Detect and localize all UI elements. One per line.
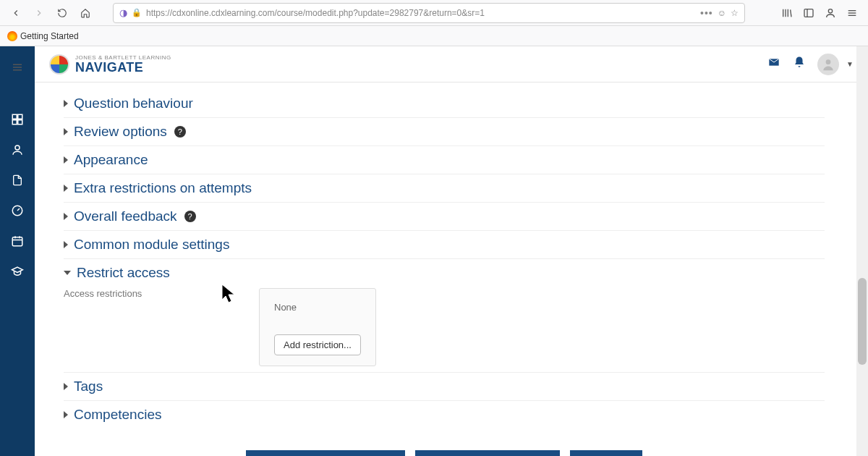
section-title: Common module settings bbox=[74, 237, 229, 253]
svg-rect-4 bbox=[804, 9, 813, 17]
browser-toolbar: ◑ 🔒 https://cdxonline.cdxlearning.com/co… bbox=[0, 0, 868, 26]
chevron-right-icon bbox=[64, 128, 68, 135]
url-text: https://cdxonline.cdxlearning.com/course… bbox=[146, 8, 485, 18]
chevron-right-icon bbox=[64, 411, 68, 418]
firefox-icon bbox=[7, 31, 17, 41]
brand-logo[interactable]: JONES & BARTLETT LEARNING NAVIGATE bbox=[49, 54, 171, 75]
section-toggle-tags[interactable]: Tags bbox=[64, 379, 825, 394]
mail-icon[interactable] bbox=[767, 56, 781, 72]
section-toggle-restrict-access[interactable]: Restrict access bbox=[64, 265, 825, 281]
footer-buttons bbox=[64, 450, 825, 456]
chevron-down-icon bbox=[64, 271, 71, 275]
file-icon[interactable] bbox=[9, 172, 25, 188]
bookmark-label: Getting Started bbox=[20, 31, 79, 41]
chevron-right-icon bbox=[64, 156, 68, 164]
restriction-none-text: None bbox=[274, 302, 361, 313]
restriction-panel: None Add restriction... bbox=[259, 288, 376, 366]
svg-rect-13 bbox=[12, 114, 17, 119]
section-toggle-overall-feedback[interactable]: Overall feedback ? bbox=[64, 208, 825, 224]
footer-primary-button-3[interactable] bbox=[570, 450, 642, 456]
section-overall-feedback: Overall feedback ? bbox=[64, 203, 825, 231]
svg-rect-14 bbox=[18, 114, 22, 119]
add-restriction-button[interactable]: Add restriction... bbox=[274, 334, 361, 355]
section-toggle-common-module[interactable]: Common module settings bbox=[64, 237, 825, 253]
section-toggle-question-behaviour[interactable]: Question behaviour bbox=[64, 96, 825, 111]
reader-icon[interactable]: ☺ bbox=[718, 8, 726, 18]
star-icon[interactable]: ☆ bbox=[731, 8, 739, 18]
section-competencies: Competencies bbox=[64, 401, 825, 428]
bell-icon[interactable] bbox=[793, 55, 806, 73]
section-toggle-appearance[interactable]: Appearance bbox=[64, 152, 825, 168]
section-review-options: Review options ? bbox=[64, 118, 825, 146]
chevron-right-icon bbox=[64, 213, 68, 220]
svg-line-19 bbox=[17, 208, 20, 211]
scrollbar-track[interactable] bbox=[856, 46, 868, 456]
section-title: Competencies bbox=[74, 407, 161, 423]
forward-button[interactable] bbox=[29, 3, 49, 23]
svg-rect-15 bbox=[12, 120, 17, 124]
section-title: Review options bbox=[74, 124, 167, 140]
bookmarks-bar: Getting Started bbox=[0, 26, 868, 46]
section-toggle-review-options[interactable]: Review options ? bbox=[64, 124, 825, 140]
sidebar-toggle-icon[interactable] bbox=[799, 3, 819, 23]
svg-line-3 bbox=[791, 9, 791, 17]
section-title: Question behaviour bbox=[74, 96, 193, 111]
chevron-right-icon bbox=[64, 185, 68, 192]
home-button[interactable] bbox=[75, 3, 95, 23]
chevron-right-icon bbox=[64, 383, 68, 390]
hamburger-icon[interactable] bbox=[9, 59, 25, 75]
footer-primary-button-1[interactable] bbox=[246, 450, 405, 456]
url-bar[interactable]: ◑ 🔒 https://cdxonline.cdxlearning.com/co… bbox=[113, 3, 745, 23]
shield-icon: ◑ bbox=[119, 7, 127, 18]
settings-form: Question behaviour Review options ? Appe… bbox=[35, 83, 868, 456]
svg-rect-20 bbox=[12, 237, 22, 246]
svg-rect-16 bbox=[18, 120, 22, 124]
user-icon[interactable] bbox=[9, 142, 25, 158]
section-title: Extra restrictions on attempts bbox=[74, 180, 252, 196]
svg-point-6 bbox=[828, 9, 832, 12]
section-tags: Tags bbox=[64, 373, 825, 401]
ellipsis-icon[interactable]: ••• bbox=[700, 7, 713, 19]
section-toggle-extra-restrictions[interactable]: Extra restrictions on attempts bbox=[64, 180, 825, 196]
brand-title: NAVIGATE bbox=[75, 61, 171, 74]
section-toggle-competencies[interactable]: Competencies bbox=[64, 407, 825, 423]
footer-primary-button-2[interactable] bbox=[415, 450, 560, 456]
app-header: JONES & BARTLETT LEARNING NAVIGATE ▼ bbox=[35, 46, 868, 83]
avatar[interactable] bbox=[817, 54, 839, 75]
account-icon[interactable] bbox=[820, 3, 841, 23]
svg-point-24 bbox=[826, 59, 831, 64]
reload-button[interactable] bbox=[52, 3, 72, 23]
section-title: Restrict access bbox=[77, 265, 170, 281]
chevron-right-icon bbox=[64, 241, 68, 248]
left-rail bbox=[0, 46, 35, 456]
help-icon[interactable]: ? bbox=[184, 211, 196, 222]
main-area: JONES & BARTLETT LEARNING NAVIGATE ▼ bbox=[35, 46, 868, 456]
section-common-module-settings: Common module settings bbox=[64, 231, 825, 259]
calendar-icon[interactable] bbox=[9, 233, 25, 249]
graduation-icon[interactable] bbox=[9, 263, 25, 279]
help-icon[interactable]: ? bbox=[174, 126, 186, 138]
field-label-access-restrictions: Access restrictions bbox=[64, 288, 259, 366]
bookmark-getting-started[interactable]: Getting Started bbox=[7, 31, 79, 41]
library-icon[interactable] bbox=[777, 3, 797, 23]
section-title: Overall feedback bbox=[74, 208, 177, 224]
section-title: Tags bbox=[74, 379, 103, 394]
section-appearance: Appearance bbox=[64, 146, 825, 174]
svg-point-17 bbox=[15, 145, 20, 150]
gauge-icon[interactable] bbox=[9, 203, 25, 219]
logo-badge-icon bbox=[49, 54, 69, 75]
user-menu-caret-icon[interactable]: ▼ bbox=[846, 60, 854, 68]
section-title: Appearance bbox=[74, 152, 148, 168]
chevron-right-icon bbox=[64, 100, 68, 107]
section-extra-restrictions: Extra restrictions on attempts bbox=[64, 174, 825, 203]
section-question-behaviour: Question behaviour bbox=[64, 90, 825, 118]
dashboard-icon[interactable] bbox=[9, 111, 25, 127]
section-restrict-access: Restrict access Access restrictions None… bbox=[64, 259, 825, 373]
lock-icon: 🔒 bbox=[132, 8, 142, 17]
back-button[interactable] bbox=[6, 3, 26, 23]
menu-icon[interactable] bbox=[842, 3, 862, 23]
scrollbar-thumb[interactable] bbox=[858, 278, 867, 365]
